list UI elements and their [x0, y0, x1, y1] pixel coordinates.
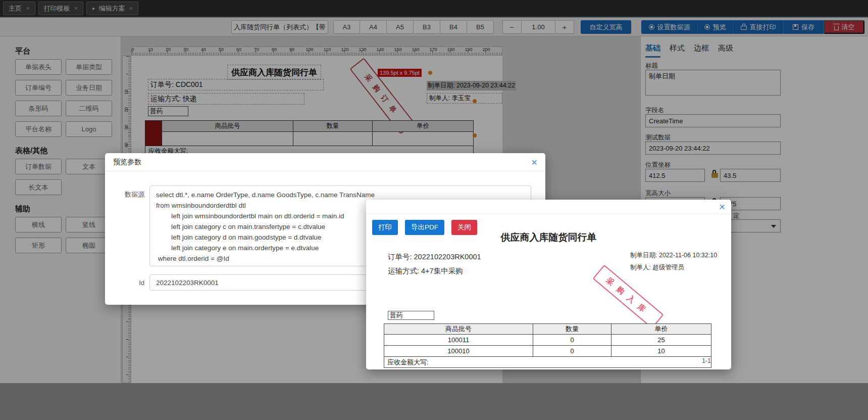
preview-document: 供应商入库随货同行单 订单号: 2022102203RK0001 运输方式: 4… [381, 231, 716, 244]
datasource-label: 数据源 [115, 185, 144, 266]
page-indicator: 1-1 [702, 357, 711, 364]
preview-table-cell: 10 [611, 346, 711, 357]
preview-table-header: 单价 [611, 324, 711, 335]
preview-table-cell: 0 [533, 335, 611, 346]
print-preview-header: × [366, 200, 731, 214]
close-icon[interactable]: × [531, 157, 537, 167]
preview-drug-type: 普药 [388, 311, 434, 320]
preview-table-header: 数量 [533, 324, 611, 335]
app-screen: 主页 × 打印模板 × ● 编辑方案 × 入库随货同行单（列表式）【带 A3 A… [0, 0, 868, 420]
preview-table: 商品批号 数量 单价 100011 0 25 100010 0 10 应收金额大… [384, 323, 711, 368]
print-preview-modal: × 打印 导出PDF 关闭 供应商入库随货同行单 订单号: 2022102203… [366, 200, 731, 369]
preview-table-footer: 应收金额大写: [384, 357, 711, 368]
preview-table-row: 100010 0 10 [384, 346, 711, 357]
preview-params-title: 预览参数 [113, 158, 141, 167]
preview-params-header: 预览参数 × [105, 153, 545, 171]
close-icon[interactable]: × [719, 202, 725, 212]
id-label: Id [115, 274, 144, 291]
preview-table-cell: 100010 [384, 346, 533, 357]
preview-table-row: 100011 0 25 [384, 335, 711, 346]
preview-table-cell: 100011 [384, 335, 533, 346]
preview-table-cell: 25 [611, 335, 711, 346]
preview-creator: 制单人: 超级管理员 [630, 263, 684, 272]
preview-transport: 运输方式: 4+7集中采购 [388, 266, 463, 276]
preview-stamp: 采购入库 [592, 265, 663, 329]
preview-order-no: 订单号: 2022102203RK0001 [388, 252, 481, 262]
preview-table-header: 商品批号 [384, 324, 533, 335]
preview-create-date: 制单日期: 2022-11-06 10:32:10 [630, 251, 717, 260]
preview-table-cell: 0 [533, 346, 611, 357]
preview-doc-title: 供应商入库随货同行单 [381, 231, 716, 244]
